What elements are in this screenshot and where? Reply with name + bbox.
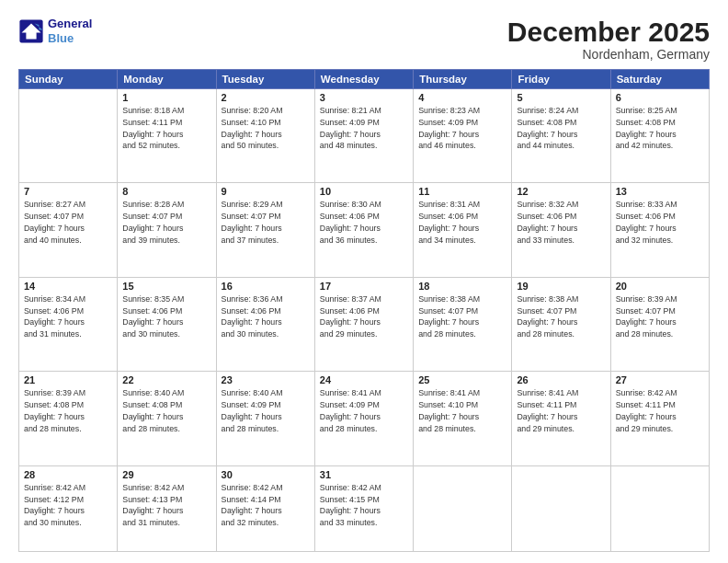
calendar-cell: 30Sunrise: 8:42 AMSunset: 4:14 PMDayligh… [216,465,314,551]
day-number: 27 [616,374,704,385]
calendar-cell: 2Sunrise: 8:20 AMSunset: 4:10 PMDaylight… [216,89,314,183]
calendar-cell: 23Sunrise: 8:40 AMSunset: 4:09 PMDayligh… [216,372,314,465]
day-info: Sunrise: 8:32 AMSunset: 4:06 PMDaylight:… [517,199,605,246]
calendar-cell: 3Sunrise: 8:21 AMSunset: 4:09 PMDaylight… [314,89,413,183]
calendar-cell: 22Sunrise: 8:40 AMSunset: 4:08 PMDayligh… [118,372,216,465]
weekday-header-sunday: Sunday [19,70,118,89]
weekday-header-saturday: Saturday [610,70,709,89]
calendar-cell: 31Sunrise: 8:42 AMSunset: 4:15 PMDayligh… [314,465,413,551]
calendar-week-row: 1Sunrise: 8:18 AMSunset: 4:11 PMDaylight… [19,89,710,183]
day-info: Sunrise: 8:20 AMSunset: 4:10 PMDaylight:… [222,105,310,152]
day-info: Sunrise: 8:38 AMSunset: 4:07 PMDaylight:… [418,293,506,340]
day-info: Sunrise: 8:34 AMSunset: 4:06 PMDaylight:… [24,293,112,340]
weekday-header-thursday: Thursday [414,70,512,89]
calendar-cell: 10Sunrise: 8:30 AMSunset: 4:06 PMDayligh… [314,183,413,277]
day-number: 12 [517,186,605,197]
day-info: Sunrise: 8:39 AMSunset: 4:07 PMDaylight:… [616,293,704,340]
day-info: Sunrise: 8:28 AMSunset: 4:07 PMDaylight:… [122,199,210,246]
calendar-cell: 27Sunrise: 8:42 AMSunset: 4:11 PMDayligh… [610,372,709,465]
month-title: December 2025 [507,17,710,47]
calendar-cell: 19Sunrise: 8:38 AMSunset: 4:07 PMDayligh… [512,277,610,371]
day-number: 9 [222,186,310,197]
calendar-week-row: 7Sunrise: 8:27 AMSunset: 4:07 PMDaylight… [19,183,710,277]
day-info: Sunrise: 8:21 AMSunset: 4:09 PMDaylight:… [320,105,408,152]
day-number: 20 [616,281,704,292]
day-info: Sunrise: 8:37 AMSunset: 4:06 PMDaylight:… [320,293,408,340]
calendar-cell [512,465,610,551]
day-number: 19 [517,281,605,292]
calendar-cell: 8Sunrise: 8:28 AMSunset: 4:07 PMDaylight… [118,183,216,277]
calendar-cell [414,465,512,551]
calendar-cell: 17Sunrise: 8:37 AMSunset: 4:06 PMDayligh… [314,277,413,371]
day-number: 6 [616,92,704,103]
location: Nordenham, Germany [507,47,710,62]
calendar-cell: 12Sunrise: 8:32 AMSunset: 4:06 PMDayligh… [512,183,610,277]
calendar-cell: 14Sunrise: 8:34 AMSunset: 4:06 PMDayligh… [19,277,118,371]
day-number: 18 [418,281,506,292]
day-number: 25 [418,374,506,385]
day-number: 13 [616,186,704,197]
calendar-cell: 21Sunrise: 8:39 AMSunset: 4:08 PMDayligh… [19,372,118,465]
day-info: Sunrise: 8:42 AMSunset: 4:15 PMDaylight:… [320,482,408,529]
title-block: December 2025 Nordenham, Germany [507,17,710,62]
day-number: 4 [418,92,506,103]
day-number: 10 [320,186,408,197]
logo-text: General Blue [48,17,92,45]
day-number: 24 [320,374,408,385]
day-number: 30 [222,469,310,480]
day-info: Sunrise: 8:30 AMSunset: 4:06 PMDaylight:… [320,199,408,246]
calendar-cell: 29Sunrise: 8:42 AMSunset: 4:13 PMDayligh… [118,465,216,551]
day-info: Sunrise: 8:39 AMSunset: 4:08 PMDaylight:… [24,387,112,434]
day-info: Sunrise: 8:38 AMSunset: 4:07 PMDaylight:… [517,293,605,340]
calendar-cell: 18Sunrise: 8:38 AMSunset: 4:07 PMDayligh… [414,277,512,371]
day-number: 22 [122,374,210,385]
day-number: 5 [517,92,605,103]
day-number: 15 [122,281,210,292]
calendar-cell: 11Sunrise: 8:31 AMSunset: 4:06 PMDayligh… [414,183,512,277]
calendar-week-row: 14Sunrise: 8:34 AMSunset: 4:06 PMDayligh… [19,277,710,371]
day-number: 23 [222,374,310,385]
logo-icon [18,18,44,44]
calendar-cell [610,465,709,551]
calendar-cell: 26Sunrise: 8:41 AMSunset: 4:11 PMDayligh… [512,372,610,465]
day-info: Sunrise: 8:25 AMSunset: 4:08 PMDaylight:… [616,105,704,152]
calendar-cell: 16Sunrise: 8:36 AMSunset: 4:06 PMDayligh… [216,277,314,371]
day-info: Sunrise: 8:36 AMSunset: 4:06 PMDaylight:… [222,293,310,340]
weekday-header-tuesday: Tuesday [216,70,314,89]
day-info: Sunrise: 8:42 AMSunset: 4:14 PMDaylight:… [222,482,310,529]
day-info: Sunrise: 8:35 AMSunset: 4:06 PMDaylight:… [122,293,210,340]
logo: General Blue [18,17,92,45]
day-info: Sunrise: 8:42 AMSunset: 4:13 PMDaylight:… [122,482,210,529]
weekday-header-friday: Friday [512,70,610,89]
weekday-header-row: SundayMondayTuesdayWednesdayThursdayFrid… [19,70,710,89]
day-number: 17 [320,281,408,292]
day-info: Sunrise: 8:18 AMSunset: 4:11 PMDaylight:… [122,105,210,152]
calendar-cell: 13Sunrise: 8:33 AMSunset: 4:06 PMDayligh… [610,183,709,277]
day-info: Sunrise: 8:42 AMSunset: 4:12 PMDaylight:… [24,482,112,529]
weekday-header-wednesday: Wednesday [314,70,413,89]
day-number: 28 [24,469,112,480]
day-info: Sunrise: 8:40 AMSunset: 4:09 PMDaylight:… [222,387,310,434]
day-number: 2 [222,92,310,103]
day-number: 29 [122,469,210,480]
day-info: Sunrise: 8:41 AMSunset: 4:11 PMDaylight:… [517,387,605,434]
calendar-table: SundayMondayTuesdayWednesdayThursdayFrid… [18,69,710,552]
calendar-cell [19,89,118,183]
calendar-week-row: 28Sunrise: 8:42 AMSunset: 4:12 PMDayligh… [19,465,710,551]
day-info: Sunrise: 8:42 AMSunset: 4:11 PMDaylight:… [616,387,704,434]
day-info: Sunrise: 8:41 AMSunset: 4:09 PMDaylight:… [320,387,408,434]
calendar-cell: 28Sunrise: 8:42 AMSunset: 4:12 PMDayligh… [19,465,118,551]
day-number: 31 [320,469,408,480]
calendar-cell: 6Sunrise: 8:25 AMSunset: 4:08 PMDaylight… [610,89,709,183]
calendar-cell: 25Sunrise: 8:41 AMSunset: 4:10 PMDayligh… [414,372,512,465]
day-number: 14 [24,281,112,292]
calendar-cell: 20Sunrise: 8:39 AMSunset: 4:07 PMDayligh… [610,277,709,371]
day-number: 3 [320,92,408,103]
day-info: Sunrise: 8:24 AMSunset: 4:08 PMDaylight:… [517,105,605,152]
calendar-page: General Blue December 2025 Nordenham, Ge… [0,0,728,563]
calendar-cell: 15Sunrise: 8:35 AMSunset: 4:06 PMDayligh… [118,277,216,371]
day-number: 7 [24,186,112,197]
day-info: Sunrise: 8:27 AMSunset: 4:07 PMDaylight:… [24,199,112,246]
day-number: 16 [222,281,310,292]
day-number: 11 [418,186,506,197]
